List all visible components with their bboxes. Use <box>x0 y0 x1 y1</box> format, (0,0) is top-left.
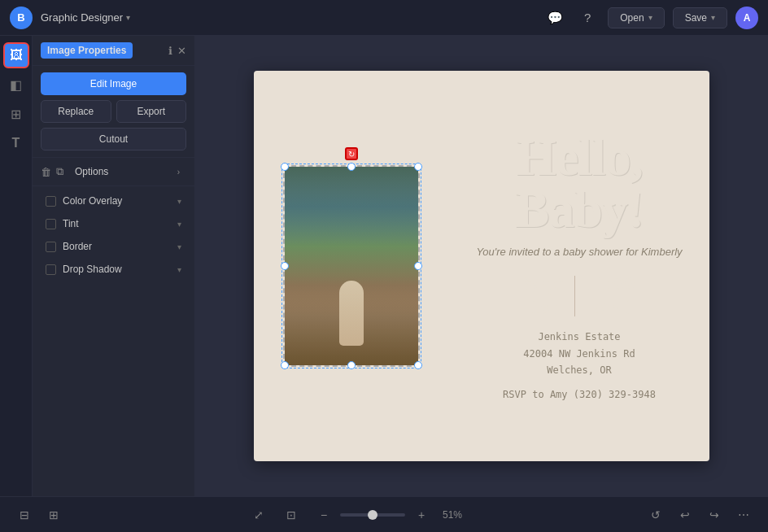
topbar-left: B Graphic Designer ▾ <box>10 7 130 29</box>
rsvp-text: RSVP to Amy (320) 329-3948 <box>503 389 656 400</box>
handle-top-left[interactable] <box>281 163 289 171</box>
zoom-in-icon[interactable]: + <box>410 504 433 526</box>
props-panel-title: Image Properties <box>41 42 133 59</box>
icon-sidebar: 🖼 ◧ ⊞ T <box>0 36 33 496</box>
zoom-slider[interactable] <box>340 513 405 517</box>
bottombar-right: ↺ ↩ ↪ ⋯ <box>644 504 755 526</box>
date-day-label: 1st <box>523 296 563 320</box>
redo-icon[interactable]: ↪ <box>703 504 726 526</box>
refresh-icon[interactable]: ↺ <box>644 504 667 526</box>
handle-top-mid[interactable] <box>347 163 356 171</box>
open-label: Open <box>620 12 644 24</box>
sidebar-item-layers[interactable]: ◧ <box>3 72 29 98</box>
export-button[interactable]: Export <box>116 100 187 123</box>
zoom-controls: − + <box>312 504 433 526</box>
handle-mid-right[interactable] <box>414 262 422 270</box>
save-button[interactable]: Save ▾ <box>673 7 727 28</box>
photo-container[interactable] <box>283 165 420 367</box>
close-icon[interactable]: ✕ <box>177 45 186 57</box>
undo-icon[interactable]: ↩ <box>674 504 696 526</box>
date-time-divider <box>574 276 575 316</box>
zoom-percent: 51% <box>443 509 462 521</box>
time-part: 11:00 AM <box>587 273 635 319</box>
invite-text: You're invited to a baby shower for Kimb… <box>476 244 682 261</box>
tint-chevron[interactable]: ▾ <box>177 220 181 229</box>
topbar: B Graphic Designer ▾ 💬 ? Open ▾ Save ▾ A <box>0 0 768 36</box>
tile-view-icon[interactable]: ⊞ <box>42 504 65 526</box>
properties-panel: Image Properties ℹ ✕ Edit Image Replace … <box>33 36 195 496</box>
options-button[interactable]: Options › <box>68 163 186 181</box>
color-overlay-label: Color Overlay <box>63 195 171 207</box>
rotate-handle[interactable] <box>345 147 358 160</box>
topbar-right: 💬 ? Open ▾ Save ▾ A <box>543 6 758 30</box>
sidebar-item-text[interactable]: T <box>3 130 29 156</box>
date-time-row: Sept 1st 11:00 AM <box>523 273 635 319</box>
prop-item-drop-shadow[interactable]: Drop Shadow ▾ <box>41 259 186 279</box>
address-text: Jenkins Estate 42004 NW Jenkins Rd Welch… <box>523 329 635 378</box>
help-icon-btn[interactable]: ? <box>575 6 600 30</box>
tint-label: Tint <box>63 218 171 229</box>
card-right: Hello, Baby! You're invited to a baby sh… <box>449 71 709 461</box>
prop-item-border[interactable]: Border ▾ <box>41 237 186 256</box>
delete-icon[interactable]: 🗑 <box>41 166 51 178</box>
app-title-btn[interactable]: Graphic Designer ▾ <box>41 11 130 24</box>
app-logo[interactable]: B <box>10 7 33 29</box>
drop-shadow-checkbox[interactable] <box>46 264 56 275</box>
selection-box <box>281 164 421 368</box>
tint-checkbox[interactable] <box>46 219 56 229</box>
comment-icon-btn[interactable]: 💬 <box>543 6 567 30</box>
hello-text: Hello, <box>515 132 644 184</box>
app-title-chevron: ▾ <box>126 13 130 22</box>
border-checkbox[interactable] <box>46 242 56 252</box>
props-header-icons: ℹ ✕ <box>168 45 186 57</box>
color-overlay-checkbox[interactable] <box>46 196 56 207</box>
sidebar-item-elements[interactable]: ⊞ <box>3 101 29 127</box>
avatar[interactable]: A <box>735 7 758 29</box>
baby-text: Baby! <box>515 184 644 236</box>
save-label: Save <box>685 12 707 24</box>
crop-icon[interactable]: ⊡ <box>280 504 303 526</box>
handle-bot-mid[interactable] <box>347 361 356 369</box>
sidebar-item-image-props[interactable]: 🖼 <box>3 42 29 68</box>
open-chevron: ▾ <box>648 13 652 22</box>
save-chevron: ▾ <box>711 13 715 22</box>
zoom-slider-thumb[interactable] <box>368 510 377 520</box>
date-label: Sept <box>523 273 563 296</box>
drop-shadow-chevron[interactable]: ▾ <box>177 265 181 274</box>
props-tabs: 🗑 ⧉ Options › <box>33 157 194 186</box>
replace-button[interactable]: Replace <box>41 100 111 123</box>
options-label: Options <box>75 166 108 177</box>
hello-baby-container: Hello, Baby! <box>515 132 644 236</box>
prop-item-tint[interactable]: Tint ▾ <box>41 214 186 233</box>
zoom-out-icon[interactable]: − <box>312 504 335 526</box>
props-header: Image Properties ℹ ✕ <box>33 36 194 66</box>
handle-mid-left[interactable] <box>281 262 289 270</box>
border-chevron[interactable]: ▾ <box>177 242 181 251</box>
bottombar-center: ⤢ ⊡ − + 51% <box>247 504 462 526</box>
address-line3: Welches, OR <box>523 362 635 378</box>
grid-view-icon[interactable]: ⊟ <box>13 504 36 526</box>
handle-bot-left[interactable] <box>281 361 289 369</box>
edit-image-button[interactable]: Edit Image <box>41 72 186 95</box>
handle-bot-right[interactable] <box>414 361 422 369</box>
border-label: Border <box>63 241 171 252</box>
address-line1: Jenkins Estate <box>523 329 635 345</box>
prop-item-color-overlay[interactable]: Color Overlay ▾ <box>41 191 186 211</box>
ampm-label: AM <box>587 296 635 320</box>
invite-text-content: You're invited to a baby shower for Kimb… <box>476 246 682 258</box>
canvas-area[interactable]: Hello, Baby! You're invited to a baby sh… <box>195 36 768 496</box>
props-actions: Edit Image Replace Export Cutout <box>33 66 194 157</box>
fit-screen-icon[interactable]: ⤢ <box>247 504 270 526</box>
more-icon[interactable]: ⋯ <box>732 504 755 526</box>
cutout-button[interactable]: Cutout <box>41 128 186 150</box>
color-overlay-chevron[interactable]: ▾ <box>177 197 181 206</box>
duplicate-icon[interactable]: ⧉ <box>56 165 63 178</box>
drop-shadow-label: Drop Shadow <box>63 264 171 275</box>
invitation-card: Hello, Baby! You're invited to a baby sh… <box>254 71 709 461</box>
info-icon[interactable]: ℹ <box>168 45 172 57</box>
app-title-text: Graphic Designer <box>41 11 123 24</box>
props-list: Color Overlay ▾ Tint ▾ Border ▾ Drop Sha… <box>33 186 194 284</box>
handle-top-right[interactable] <box>414 163 422 171</box>
main-area: 🖼 ◧ ⊞ T Image Properties ℹ ✕ Edit Image … <box>0 36 768 496</box>
open-button[interactable]: Open ▾ <box>608 7 664 28</box>
